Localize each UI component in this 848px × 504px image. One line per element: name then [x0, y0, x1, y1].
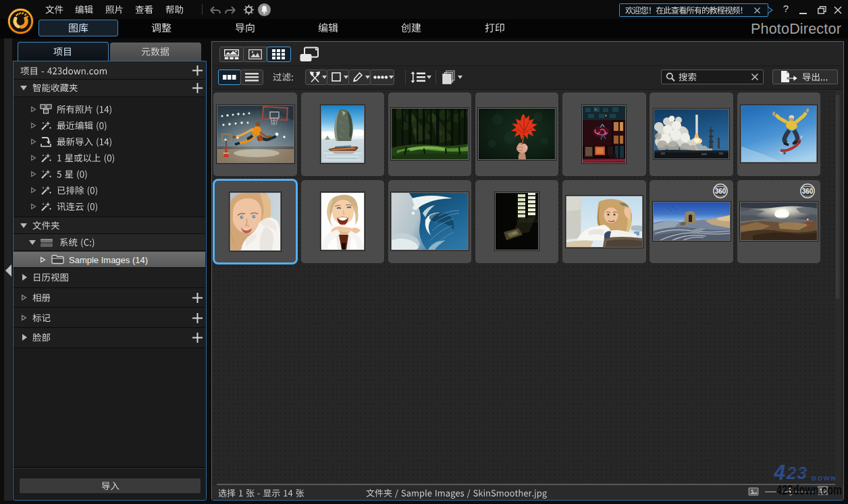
svg-text:DOWN: DOWN	[812, 474, 837, 481]
svg-text:360: 360	[802, 187, 814, 194]
svg-text:4: 4	[774, 463, 785, 481]
svg-text:423down.com: 423down.com	[776, 482, 842, 497]
svg-text:360: 360	[714, 187, 726, 194]
